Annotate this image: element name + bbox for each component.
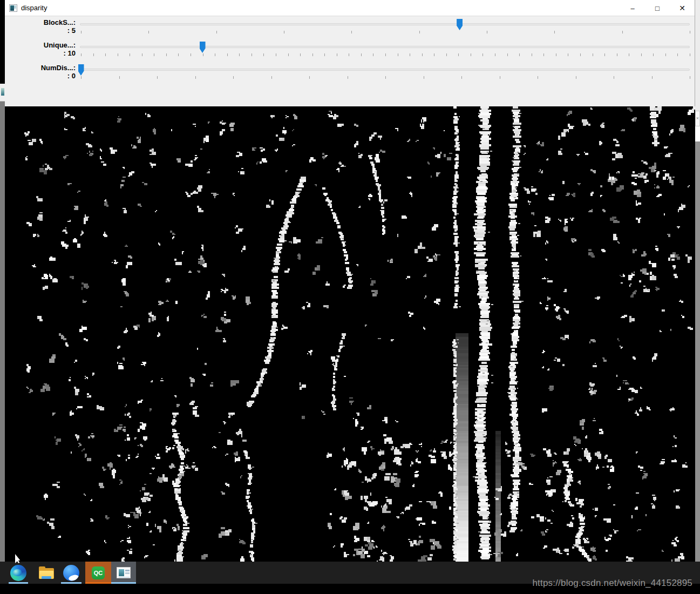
trackbar-label: NumDis...: [5,64,76,72]
taskbar-qc-button[interactable]: QC [85,562,111,584]
trackbar-rail[interactable] [80,69,690,71]
watermark: https://blog.csdn.net/weixin_44152895 [532,578,692,589]
maximize-button[interactable]: □ [645,0,670,16]
window-title: disparity [21,4,47,12]
trackbar-numdisparities: NumDis...: : 0 [5,63,695,86]
trackbar-label: BlockS...: [5,18,76,26]
taskbar-edge-button[interactable] [9,562,28,584]
trackbar-blocksize: BlockS...: : 5 [5,18,695,40]
trackbar-ticks [5,76,695,79]
trackbar-label: Unique...: [5,41,76,49]
background-scrollbar-button: × [695,111,700,126]
trackbar-ticks [5,53,695,57]
background-window-right-edge: × [695,0,700,562]
trackbar-uniqueness: Unique...: : 10 [5,40,695,63]
disparity-window-icon [117,567,131,578]
taskbar-disparity-button[interactable] [111,562,136,584]
close-button[interactable]: ✕ [670,0,695,16]
active-indicator [111,582,136,584]
attention-indicator [85,582,111,584]
trackbar-ticks [5,31,695,34]
trackbar-rail[interactable] [80,46,690,48]
trackbar-panel: BlockS...: : 5 Unique...: : 10 NumDis...… [5,16,695,106]
disparity-image [5,106,695,562]
file-explorer-icon [38,566,55,579]
trackbar-thumb[interactable] [200,42,206,53]
trackbar-rail[interactable] [80,23,690,25]
running-indicator [61,582,81,584]
background-window-left-edge [0,84,5,562]
taskbar-qq-browser-button[interactable] [61,562,81,584]
title-bar[interactable]: disparity – □ ✕ [5,0,695,16]
trackbar-thumb[interactable] [457,19,463,30]
trackbar-thumb[interactable] [78,64,84,76]
qc-icon: QC [92,566,105,579]
minimize-button[interactable]: – [620,0,645,16]
edge-icon [10,565,26,581]
qq-browser-icon [63,565,79,581]
background-window-icon [0,84,5,102]
taskbar-file-explorer-button[interactable] [37,562,56,584]
running-indicator [9,582,28,584]
app-icon [9,4,17,12]
disparity-window: disparity – □ ✕ BlockS...: : 5 Unique...… [5,0,695,562]
